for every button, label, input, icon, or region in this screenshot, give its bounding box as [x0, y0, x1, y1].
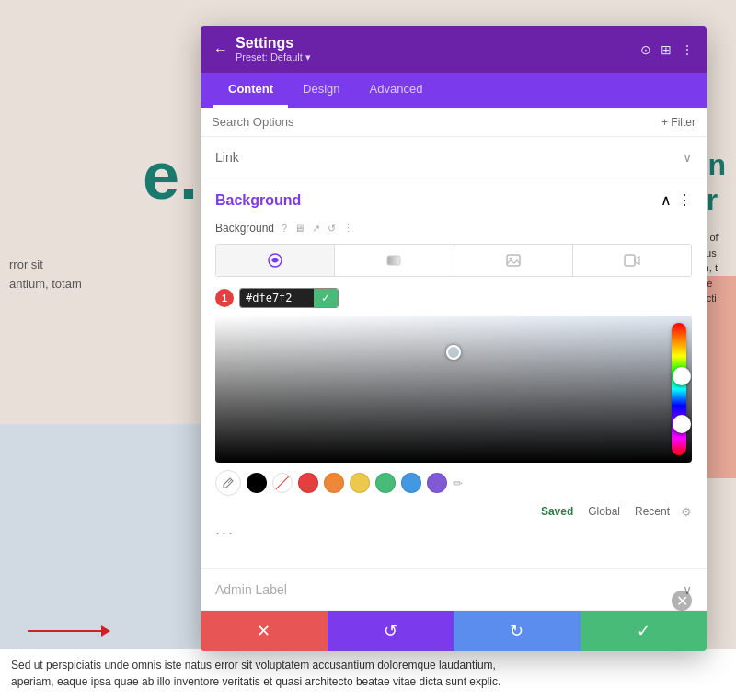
panel-content: Link ∨ Background ∧ ⋮ Background ? 🖥 ↗: [201, 137, 707, 611]
link-section-title: Link: [215, 150, 239, 165]
more-menu-icon[interactable]: ⋮: [681, 42, 694, 57]
svg-rect-1: [387, 256, 400, 265]
swatch-blue[interactable]: [401, 473, 421, 493]
back-button[interactable]: ←: [213, 41, 228, 58]
saved-tab-global[interactable]: Global: [584, 503, 624, 520]
undo-button[interactable]: ↺: [328, 611, 454, 651]
bg-type-video[interactable]: [573, 245, 691, 276]
video-icon: [624, 252, 640, 269]
background-label: Background: [215, 222, 274, 235]
eyedropper-icon: [222, 476, 235, 489]
arrow-head: [101, 625, 110, 637]
image-icon: [505, 252, 522, 269]
color-picker-dot[interactable]: [446, 345, 461, 360]
background-link-icon[interactable]: ↗: [312, 223, 320, 235]
tab-advanced[interactable]: Advanced: [355, 73, 438, 108]
gradient-icon: [385, 252, 402, 269]
svg-point-3: [509, 258, 512, 260]
background-device-icon[interactable]: 🖥: [294, 223, 305, 234]
swatch-purple[interactable]: [427, 473, 447, 493]
close-button[interactable]: ✕: [672, 591, 692, 611]
background-content: Background ? 🖥 ↗ ↺ ⋮: [201, 222, 707, 568]
responsive-icon[interactable]: ⊙: [640, 42, 651, 57]
link-section-header[interactable]: Link ∨: [201, 137, 707, 178]
background-section-controls: ∧ ⋮: [661, 191, 692, 209]
tab-content[interactable]: Content: [213, 73, 288, 108]
bg-type-image[interactable]: [454, 245, 573, 276]
bg-teal-text: e.: [143, 143, 198, 209]
saved-tabs-row: Saved Global Recent ⚙: [215, 503, 692, 520]
background-section-header: Background ∧ ⋮: [201, 178, 707, 222]
swatch-none[interactable]: [272, 473, 293, 493]
swatch-black[interactable]: [247, 473, 267, 493]
redo-button[interactable]: ↻: [454, 611, 581, 651]
swatch-green[interactable]: [375, 473, 396, 493]
background-reset-icon[interactable]: ↺: [328, 223, 336, 235]
admin-label-section-header[interactable]: Admin Label ∨: [201, 569, 707, 610]
bg-error-text: rror sit antium, totam: [9, 256, 82, 294]
hue-slider-track: [672, 323, 686, 455]
svg-line-7: [228, 480, 231, 483]
hex-input[interactable]: [240, 289, 314, 307]
hex-confirm-button[interactable]: ✓: [314, 289, 338, 307]
svg-rect-4: [625, 255, 635, 266]
background-chevron-icon[interactable]: ∧: [661, 191, 672, 209]
gradient-canvas-container[interactable]: [215, 316, 692, 463]
link-chevron-icon: ∨: [683, 150, 692, 165]
saved-tab-recent[interactable]: Recent: [631, 503, 673, 520]
arrow-line: [28, 630, 101, 632]
swatch-red[interactable]: [298, 473, 318, 493]
arrow-container: [28, 625, 110, 637]
save-button[interactable]: ✓: [581, 611, 707, 651]
svg-rect-2: [507, 255, 520, 266]
panel-footer: ✕ ↺ ↻ ✓ ✕: [201, 611, 707, 651]
hex-input-row: 1 ✓: [215, 288, 692, 308]
swatch-orange[interactable]: [324, 473, 344, 493]
background-more-icon[interactable]: ⋮: [677, 191, 692, 209]
panel-subtitle: Preset: Default ▾: [236, 52, 311, 63]
background-help-icon[interactable]: ?: [282, 223, 287, 234]
swatch-yellow[interactable]: [350, 473, 370, 493]
admin-label-title: Admin Label: [215, 582, 287, 597]
cancel-button[interactable]: ✕: [201, 611, 328, 651]
admin-label-section: Admin Label ∨: [201, 569, 707, 611]
settings-panel: ← Settings Preset: Default ▾ ⊙ ⊞ ⋮ Conte…: [201, 26, 707, 651]
svg-rect-6: [215, 316, 692, 463]
panel-header: ← Settings Preset: Default ▾ ⊙ ⊞ ⋮: [201, 26, 707, 73]
color-fill-icon: [267, 252, 283, 269]
background-section-title: Background: [215, 192, 301, 209]
filter-button[interactable]: + Filter: [661, 116, 696, 129]
panel-title: Settings: [236, 35, 311, 52]
link-section: Link ∨: [201, 137, 707, 178]
color-picker-area: 1 ✓: [215, 288, 692, 543]
bg-type-color[interactable]: [216, 245, 335, 276]
panel-header-right: ⊙ ⊞ ⋮: [640, 42, 694, 57]
background-label-row: Background ? 🖥 ↗ ↺ ⋮: [215, 222, 692, 235]
color-number-badge: 1: [215, 289, 234, 307]
hue-handle[interactable]: [673, 367, 691, 385]
tabs-bar: Content Design Advanced: [201, 73, 707, 108]
background-options-icon[interactable]: ⋮: [343, 223, 353, 235]
gradient-canvas: [215, 316, 692, 463]
search-input[interactable]: [212, 115, 396, 129]
search-bar: + Filter: [201, 108, 707, 137]
saved-tab-saved[interactable]: Saved: [537, 503, 577, 520]
tab-design[interactable]: Design: [288, 73, 354, 108]
hex-input-wrapper: ✓: [239, 288, 339, 308]
color-swatches-row: ✏: [215, 470, 692, 496]
background-type-tabs: [215, 244, 692, 277]
bottom-text: Sed ut perspiciatis unde omnis iste natu…: [0, 649, 736, 700]
layout-icon[interactable]: ⊞: [661, 42, 672, 57]
panel-header-left: ← Settings Preset: Default ▾: [213, 35, 311, 63]
bg-type-gradient[interactable]: [335, 245, 454, 276]
more-dots-button[interactable]: ···: [215, 523, 692, 543]
lightness-handle[interactable]: [673, 415, 691, 433]
swatch-edit-icon[interactable]: ✏: [453, 476, 463, 490]
background-section: Background ∧ ⋮ Background ? 🖥 ↗ ↺ ⋮: [201, 178, 707, 569]
eyedropper-button[interactable]: [215, 470, 241, 496]
saved-tabs-gear-icon[interactable]: ⚙: [681, 505, 692, 519]
